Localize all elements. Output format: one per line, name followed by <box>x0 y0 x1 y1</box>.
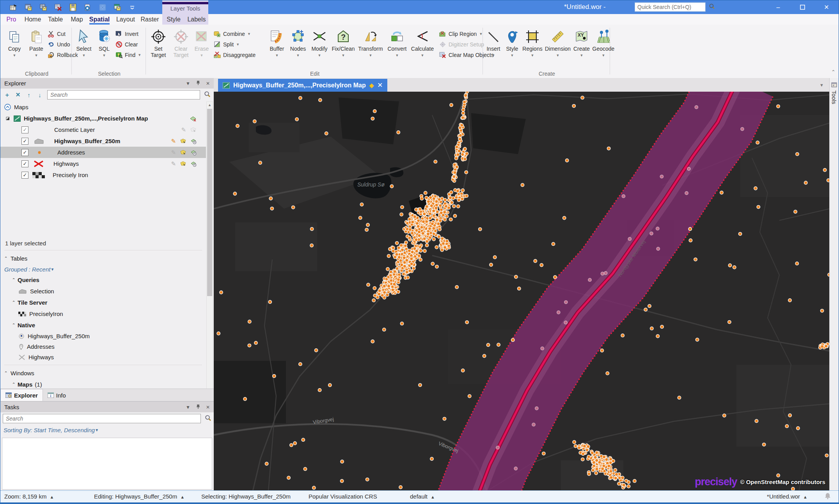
chevron-up-icon[interactable]: ⌃ <box>11 382 17 387</box>
tab-explorer[interactable]: Explorer <box>0 389 43 401</box>
editable-icon[interactable]: ✎ <box>171 160 176 167</box>
save-table-icon[interactable] <box>39 3 48 12</box>
tile-server-group-header[interactable]: ⌃ Tile Server <box>0 297 206 308</box>
tab-list-dropdown-icon[interactable]: ▼ <box>819 83 824 87</box>
selectable-icon[interactable] <box>180 161 186 167</box>
move-up-icon[interactable]: ↑ <box>25 92 32 98</box>
grouped-selector[interactable]: Grouped : Recent ▼ <box>0 264 206 274</box>
quick-search-box[interactable] <box>635 2 706 12</box>
layer-row-cosmetic[interactable]: ✓ Cosmetic Layer ✎ <box>0 124 206 135</box>
remove-icon[interactable]: ✕ <box>14 91 21 98</box>
table-item-buffer[interactable]: Highways_Buffer_250m <box>0 331 206 341</box>
clear-target-button[interactable]: Clear Target <box>170 27 192 68</box>
select-button[interactable]: Select▼ <box>74 27 94 68</box>
map-canvas[interactable]: Suldrup Sø Viborgvej Viborgvej Nordjyske… <box>214 92 829 491</box>
style-status[interactable]: default▲ <box>410 493 435 500</box>
tasks-search-input[interactable] <box>5 415 199 422</box>
pin-icon[interactable] <box>196 80 200 87</box>
geocode-button[interactable]: Geocode▼ <box>592 27 615 68</box>
disaggregate-button[interactable]: Disaggregate <box>213 50 255 60</box>
chevron-up-icon[interactable]: ⌃ <box>3 256 9 261</box>
collapse-ribbon-button[interactable]: ⌃ <box>831 69 835 75</box>
dimension-button[interactable]: Dimension▼ <box>544 27 571 68</box>
scroll-up-icon[interactable]: ▲ <box>207 102 213 108</box>
paste-button[interactable]: Paste▼ <box>25 27 48 68</box>
selectable-icon[interactable] <box>190 127 197 133</box>
insert-button[interactable]: Insert▼ <box>484 27 503 68</box>
selectable-icon[interactable] <box>180 138 186 144</box>
chevron-up-icon[interactable]: ⌃ <box>11 300 17 305</box>
tab-spatial[interactable]: Spatial <box>88 14 111 25</box>
close-table-icon[interactable] <box>53 3 63 12</box>
zoom-layering-icon[interactable] <box>190 149 197 156</box>
convert-button[interactable]: Convert▼ <box>386 27 408 68</box>
layer-row-highways[interactable]: ✓ Highways ✎ <box>0 158 206 169</box>
tab-map[interactable]: Map <box>69 14 85 25</box>
customize-quick-access-icon[interactable] <box>128 3 137 12</box>
zoom-status[interactable]: Zoom: 8,159 km▲ <box>4 493 54 500</box>
tables-section-header[interactable]: ⌃ Tables <box>0 253 206 264</box>
explorer-search-box[interactable] <box>47 90 200 99</box>
layer-row-buffer[interactable]: ✓ Highways_Buffer_250m ✎ <box>0 135 206 147</box>
maximize-button[interactable] <box>790 0 814 14</box>
pin-icon[interactable] <box>196 404 200 410</box>
regions-button[interactable]: Regions▼ <box>521 27 543 68</box>
layer-row-precisely-iron[interactable]: ✓ Precisely Iron <box>0 169 206 181</box>
layer-visibility-checkbox[interactable]: ✓ <box>21 172 28 179</box>
tools-side-tab[interactable]: Tools <box>829 78 839 491</box>
save-window-icon[interactable] <box>24 3 33 12</box>
buffer-button[interactable]: Buffer▼ <box>267 27 287 68</box>
tab-style[interactable]: Style <box>162 14 185 25</box>
notifications-bell-icon[interactable] <box>825 492 831 500</box>
table-item-highways[interactable]: Highways <box>0 352 206 362</box>
add-icon[interactable]: ＋ <box>4 91 11 99</box>
copy-button[interactable]: Copy▼ <box>3 27 26 68</box>
layer-visibility-checkbox[interactable]: ✓ <box>21 126 28 133</box>
expander-icon[interactable] <box>6 117 10 121</box>
create-button[interactable]: XY Create▼ <box>572 27 591 68</box>
table-item-preciselyiron[interactable]: PreciselyIron <box>0 308 206 319</box>
table-item-selection[interactable]: Selection <box>0 286 206 297</box>
close-tab-icon[interactable]: ✕ <box>377 81 383 89</box>
search-icon[interactable] <box>205 415 211 423</box>
tab-table[interactable]: Table <box>46 14 64 25</box>
layer-row-addresses[interactable]: ✓ Addresses ✎ <box>0 147 206 158</box>
tab-info[interactable]: i Info <box>43 389 71 401</box>
zoom-layering-icon[interactable] <box>190 138 197 144</box>
clear-selection-button[interactable]: Clear <box>115 39 141 50</box>
tab-labels[interactable]: Labels <box>185 14 208 25</box>
table-item-addresses[interactable]: Addresses <box>0 341 206 352</box>
editable-icon[interactable]: ✎ <box>181 126 186 133</box>
tab-raster[interactable]: Raster <box>140 14 160 25</box>
calculate-button[interactable]: Calculate▼ <box>410 27 435 68</box>
crs-status[interactable]: Popular Visualization CRS <box>309 493 377 500</box>
panel-menu-icon[interactable]: ▼ <box>186 81 190 86</box>
scrollbar-thumb[interactable] <box>207 109 212 296</box>
erase-button[interactable]: Erase▼ <box>193 27 210 68</box>
style-button[interactable]: Style▼ <box>504 27 521 68</box>
panel-menu-icon[interactable]: ▼ <box>186 405 190 410</box>
split-button[interactable]: Split▼ <box>213 39 255 50</box>
native-group-header[interactable]: ⌃ Native <box>0 319 206 331</box>
find-button[interactable]: Find▼ <box>115 50 141 60</box>
collapse-circle-icon[interactable] <box>4 104 11 110</box>
layer-visibility-checkbox[interactable]: ✓ <box>21 138 28 145</box>
set-target-button[interactable]: Set Target <box>148 27 169 68</box>
quick-search-input[interactable] <box>637 4 709 11</box>
tab-home[interactable]: Home <box>24 14 42 25</box>
maps-section-header[interactable]: Maps <box>0 101 206 113</box>
open-database-icon[interactable] <box>83 3 92 12</box>
layer-visibility-checkbox[interactable]: ✓ <box>21 149 28 156</box>
workspace-status[interactable]: *Untitled.wor▲ <box>767 493 807 500</box>
minimize-button[interactable]: – <box>766 0 790 14</box>
search-icon[interactable] <box>204 91 211 99</box>
tasks-search-box[interactable] <box>3 414 201 423</box>
tasks-sorting-selector[interactable]: Sorting By: Start Time, Descending ▼ <box>0 425 214 435</box>
save-query-icon[interactable] <box>98 3 107 12</box>
close-panel-icon[interactable]: ✕ <box>206 405 210 410</box>
layer-control-icon[interactable] <box>190 115 197 122</box>
editing-status[interactable]: Editing: Highways_Buffer_250m▲ <box>94 493 184 500</box>
editable-icon[interactable]: ✎ <box>171 149 176 156</box>
selectable-icon[interactable] <box>180 149 186 155</box>
map-node[interactable]: Highways_Buffer_250m,...,PreciselyIron M… <box>0 113 206 124</box>
